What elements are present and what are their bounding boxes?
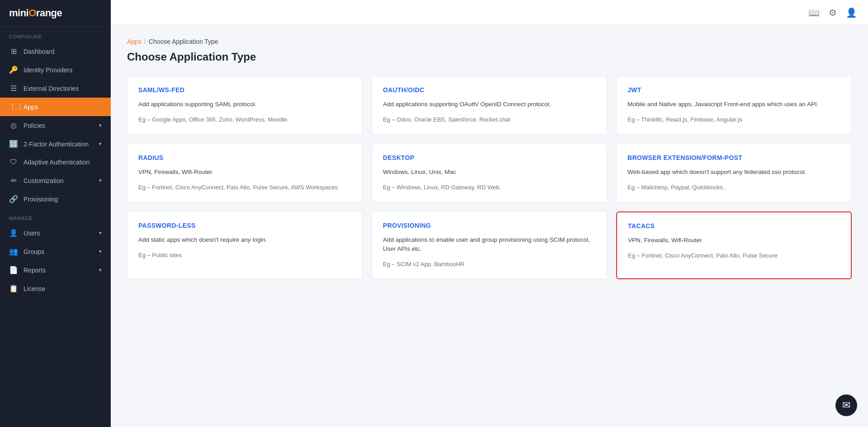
- provisioning-icon: 🔗: [9, 195, 18, 203]
- logo-text: miniOrange: [9, 7, 102, 19]
- sidebar-item-label: Dashboard: [24, 48, 55, 55]
- customization-icon: ✏: [9, 176, 18, 185]
- chevron-down-icon: ▾: [99, 178, 102, 183]
- sidebar-item-external-directories[interactable]: ☰ External Directories: [0, 79, 111, 98]
- app-card-desktop[interactable]: DESKTOPWindows, Linux, Unix, MacEg – Win…: [372, 144, 607, 202]
- topbar: 📖 ⚙ 👤: [111, 0, 868, 25]
- app-card-examples: Eg – Fortinet, Cisco AnyConnect, Palo Al…: [138, 183, 351, 192]
- app-card-examples: Eg – SCIM v2 App, BambooHR: [383, 260, 596, 269]
- chevron-down-icon: ▾: [99, 122, 102, 128]
- app-card-description: Mobile and Native apps, Javascript Front…: [627, 100, 840, 109]
- chevron-down-icon: ▾: [99, 230, 102, 236]
- app-card-title: DESKTOP: [383, 154, 596, 161]
- apps-icon: ⋮⋮: [9, 103, 18, 111]
- app-card-description: Web-based app which doesn't support any …: [627, 168, 840, 177]
- sidebar-item-identity-providers[interactable]: 🔑 Identity Providers: [0, 61, 111, 79]
- logo: miniOrange: [0, 0, 111, 27]
- app-type-grid: SAML/WS-FEDAdd applications supporting S…: [127, 76, 852, 279]
- manage-section-label: Manage: [0, 208, 111, 224]
- app-card-jwt[interactable]: JWTMobile and Native apps, Javascript Fr…: [616, 76, 852, 135]
- app-card-title: PASSWORD-LESS: [138, 222, 351, 229]
- users-icon: 👤: [9, 229, 18, 237]
- adaptive-auth-icon: 🛡: [9, 158, 18, 166]
- page-title: Choose Application Type: [127, 51, 852, 63]
- app-card-oauth[interactable]: OAUTH/OIDCAdd applications supporting OA…: [372, 76, 607, 135]
- sidebar-item-label: Identity Providers: [24, 66, 72, 74]
- sidebar-item-label: License: [24, 285, 45, 292]
- app-card-examples: Eg – Fortinet, Cisco AnyConnect, Palo Al…: [628, 251, 840, 260]
- user-profile-icon[interactable]: 👤: [846, 7, 857, 18]
- app-card-examples: Eg – Odoo, Oracle EBS, Salesforce, Rocke…: [383, 115, 596, 124]
- sidebar-item-policies[interactable]: ◎ Policies ▾: [0, 116, 111, 135]
- app-card-examples: Eg – Mailchimp, Paypal, Quickbooks.: [627, 183, 840, 192]
- main-area: 📖 ⚙ 👤 Apps / Choose Application Type Cho…: [111, 0, 868, 427]
- dashboard-icon: ⊞: [9, 47, 18, 56]
- app-card-browser-ext[interactable]: BROWSER EXTENSION/FORM-POSTWeb-based app…: [616, 144, 852, 202]
- app-card-description: VPN, Firewalls, Wifi-Router: [138, 168, 351, 177]
- app-card-title: PROVISIONING: [383, 222, 596, 229]
- app-card-radius[interactable]: RADIUSVPN, Firewalls, Wifi-RouterEg – Fo…: [127, 144, 363, 202]
- sidebar-item-users[interactable]: 👤 Users ▾: [0, 224, 111, 242]
- app-card-passwordless[interactable]: PASSWORD-LESSAdd static apps which doesn…: [127, 211, 363, 279]
- chat-icon: ✉: [842, 399, 850, 411]
- breadcrumb-current: Choose Application Type: [149, 38, 218, 45]
- sidebar-item-label: Adaptive Authentication: [24, 159, 90, 166]
- chevron-down-icon: ▾: [99, 267, 102, 273]
- license-icon: 📋: [9, 284, 18, 293]
- configure-section-label: Configure: [0, 27, 111, 42]
- app-card-examples: Eg – Public sites: [138, 251, 351, 260]
- sidebar-item-license[interactable]: 📋 License: [0, 279, 111, 298]
- sidebar-item-label: Reports: [24, 267, 46, 274]
- groups-icon: 👥: [9, 247, 18, 256]
- app-card-description: Add applications supporting OAuth/ OpenI…: [383, 100, 596, 109]
- sidebar-item-dashboard[interactable]: ⊞ Dashboard: [0, 42, 111, 61]
- 2fa-icon: 🔢: [9, 140, 18, 148]
- breadcrumb-separator: /: [144, 38, 146, 45]
- sidebar: miniOrange Configure ⊞ Dashboard 🔑 Ident…: [0, 0, 111, 427]
- app-card-examples: Eg – Google Apps, Office 365, Zoho, Word…: [138, 115, 351, 124]
- sidebar-item-label: Provisioning: [24, 196, 58, 203]
- app-card-saml[interactable]: SAML/WS-FEDAdd applications supporting S…: [127, 76, 363, 135]
- identity-providers-icon: 🔑: [9, 66, 18, 74]
- app-card-title: OAUTH/OIDC: [383, 86, 596, 94]
- sidebar-item-label: Groups: [24, 248, 44, 255]
- sidebar-item-label: Policies: [24, 122, 45, 129]
- sidebar-item-apps[interactable]: ⋮⋮ Apps: [0, 98, 111, 116]
- app-card-description: Windows, Linux, Unix, Mac: [383, 168, 596, 177]
- sidebar-item-label: Users: [24, 230, 40, 237]
- sidebar-item-adaptive-auth[interactable]: 🛡 Adaptive Authentication: [0, 153, 111, 171]
- sidebar-item-label: Apps: [24, 103, 38, 111]
- docs-icon[interactable]: 📖: [808, 7, 820, 18]
- sidebar-item-2fa[interactable]: 🔢 2-Factor Authentication ▾: [0, 135, 111, 153]
- chevron-down-icon: ▾: [99, 249, 102, 254]
- policies-icon: ◎: [9, 121, 18, 130]
- app-card-title: JWT: [627, 86, 840, 94]
- sidebar-item-customization[interactable]: ✏ Customization ▾: [0, 171, 111, 190]
- app-card-title: RADIUS: [138, 154, 351, 161]
- settings-icon[interactable]: ⚙: [829, 7, 837, 18]
- sidebar-item-label: External Directories: [24, 85, 79, 92]
- app-card-description: VPN, Firewalls, Wifi-Router: [628, 236, 840, 245]
- sidebar-item-groups[interactable]: 👥 Groups ▾: [0, 242, 111, 261]
- content-area: Apps / Choose Application Type Choose Ap…: [111, 25, 868, 427]
- chevron-down-icon: ▾: [99, 141, 102, 147]
- app-card-title: TACACS: [628, 222, 840, 230]
- app-card-title: SAML/WS-FED: [138, 86, 351, 94]
- breadcrumb: Apps / Choose Application Type: [127, 38, 852, 45]
- app-card-description: Add static apps which doesn't require an…: [138, 235, 351, 244]
- app-card-description: Add applications to enable user and grou…: [383, 235, 596, 254]
- external-directories-icon: ☰: [9, 84, 18, 93]
- breadcrumb-apps-link[interactable]: Apps: [127, 38, 142, 45]
- chat-bubble-button[interactable]: ✉: [835, 394, 857, 416]
- app-card-title: BROWSER EXTENSION/FORM-POST: [627, 154, 840, 161]
- app-card-examples: Eg – Thinkific, React.js, Firebase, Angu…: [627, 115, 840, 124]
- app-card-provisioning[interactable]: PROVISIONINGAdd applications to enable u…: [372, 211, 607, 279]
- app-card-examples: Eg – Windows, Linux, RD Gateway, RD Web.: [383, 183, 596, 192]
- app-card-tacacs[interactable]: TACACSVPN, Firewalls, Wifi-RouterEg – Fo…: [616, 211, 852, 279]
- logo-icon: O: [28, 7, 36, 19]
- sidebar-item-label: 2-Factor Authentication: [24, 141, 89, 148]
- sidebar-item-reports[interactable]: 📄 Reports ▾: [0, 261, 111, 279]
- reports-icon: 📄: [9, 266, 18, 274]
- sidebar-item-label: Customization: [24, 177, 64, 184]
- sidebar-item-provisioning[interactable]: 🔗 Provisioning: [0, 190, 111, 208]
